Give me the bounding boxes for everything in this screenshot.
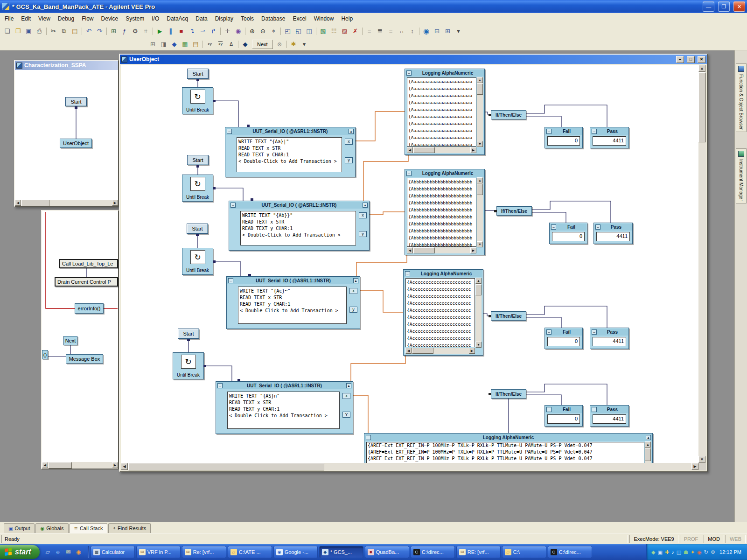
minimize-object-icon[interactable]: – bbox=[227, 129, 232, 134]
menu-item[interactable]: System bbox=[122, 14, 148, 23]
transaction-line[interactable]: READ TEXT x STR bbox=[238, 145, 340, 152]
tab-output[interactable]: ▣ Output bbox=[4, 523, 35, 533]
object-titlebar[interactable]: – UUT_Serial_IO ( @ASRL1::INSTR) ▴ bbox=[227, 277, 359, 284]
transaction-line[interactable]: WRITE TEXT "{Aa}|" bbox=[238, 139, 340, 145]
align-right-icon[interactable]: ≡ bbox=[385, 26, 396, 36]
run-icon[interactable]: ▶ bbox=[154, 26, 165, 36]
scroll-down-icon[interactable]: ▼ bbox=[475, 342, 482, 348]
tab-call-stack[interactable]: ≣ Call Stack bbox=[70, 523, 108, 533]
secured-run-icon[interactable]: ✱ bbox=[288, 39, 299, 49]
logging-alphanumeric-object-1[interactable]: – Logging AlphaNumeric {Aaaaaaaaaaaaaaaa… bbox=[405, 69, 485, 155]
scrollbar-thumb[interactable] bbox=[477, 184, 483, 195]
scroll-up-icon[interactable]: ▲ bbox=[475, 278, 482, 284]
object-titlebar[interactable]: – Pass bbox=[591, 406, 628, 413]
taskbar-button-gcs[interactable]: ◆ * GCS_... bbox=[319, 546, 363, 558]
media-player-icon[interactable]: ◉ bbox=[74, 548, 83, 557]
minimize-object-icon[interactable]: – bbox=[546, 129, 552, 134]
next-block[interactable]: Next bbox=[63, 336, 77, 345]
menu-item[interactable]: Window bbox=[310, 14, 338, 23]
transaction-line[interactable]: READ TEXT y CHAR:1 bbox=[240, 301, 345, 308]
menu-item[interactable]: DataAcq bbox=[163, 14, 192, 23]
volume-icon[interactable]: ♪ bbox=[671, 550, 674, 555]
excel-icon[interactable]: ▧ bbox=[318, 26, 328, 36]
minimize-object-icon[interactable]: – bbox=[551, 224, 556, 230]
zoom-in-icon[interactable]: ⊕ bbox=[247, 26, 258, 36]
window-restore-button[interactable]: ❐ bbox=[718, 1, 730, 12]
minimize-object-icon[interactable]: – bbox=[546, 329, 552, 335]
vertical-scrollbar[interactable]: ▲ ▼ bbox=[475, 278, 482, 348]
instrument-manager-toolbar-icon[interactable]: ⊟ bbox=[432, 26, 442, 36]
until-break-object[interactable]: ↻ Until Break bbox=[182, 175, 213, 202]
object-menu-icon[interactable]: ▴ bbox=[646, 435, 651, 440]
characterization-window-titlebar[interactable]: Characterization_SSPA bbox=[15, 61, 118, 70]
start-object[interactable]: Start bbox=[178, 329, 199, 339]
transaction-line[interactable]: READ TEXT x STR bbox=[240, 294, 345, 301]
transaction-list[interactable]: WRITE TEXT "{Ab}}"READ TEXT x STRREAD TE… bbox=[240, 211, 356, 245]
next-button[interactable]: Next bbox=[252, 40, 273, 49]
scroll-down-icon[interactable]: ▼ bbox=[477, 241, 483, 247]
print-icon[interactable]: ⎙ bbox=[34, 26, 45, 36]
scrollbar-thumb[interactable] bbox=[412, 348, 433, 354]
sync-icon[interactable]: ↻ bbox=[704, 550, 708, 555]
if-then-else-object[interactable]: If/Then/Else bbox=[496, 206, 532, 216]
object-titlebar[interactable]: – UUT_Serial_IO ( @ASRL1::INSTR) ▴ bbox=[226, 128, 355, 135]
save-log-icon[interactable]: ▤ bbox=[190, 39, 201, 49]
taskbar-button-cdrive[interactable]: ▱ C:\ bbox=[502, 546, 546, 558]
call-load-lib-block[interactable]: Call Load_Lib_Top_Le bbox=[59, 259, 118, 268]
object-menu-icon[interactable]: ▴ bbox=[353, 278, 358, 283]
menu-item[interactable]: Data bbox=[192, 14, 211, 23]
transaction-line[interactable]: < Double-Click to Add Transaction > bbox=[229, 413, 338, 419]
scroll-left-icon[interactable]: ◀ bbox=[42, 462, 48, 468]
edit-properties-icon[interactable]: ⚙ bbox=[130, 26, 140, 36]
new-icon[interactable]: ❏ bbox=[2, 26, 13, 36]
detail-view-icon[interactable]: ◫ bbox=[304, 26, 314, 36]
step-into-icon[interactable]: ↴ bbox=[187, 26, 197, 36]
minimize-object-icon[interactable]: – bbox=[217, 383, 223, 388]
scrollbar-thumb[interactable] bbox=[645, 448, 651, 461]
outlook-icon[interactable]: ✉ bbox=[64, 548, 73, 557]
menu-item[interactable]: View bbox=[35, 14, 54, 23]
output-terminal-y[interactable]: y bbox=[345, 157, 353, 163]
logging-alphanumeric-object-3[interactable]: – Logging AlphaNumeric {Accccccccccccccc… bbox=[403, 269, 483, 356]
pass-counter-object[interactable]: – Pass 4411 bbox=[590, 127, 629, 148]
scroll-up-icon[interactable]: ▲ bbox=[477, 177, 483, 183]
taskbar-button-direc2[interactable]: C C:\direc... bbox=[548, 546, 592, 558]
output-terminal-y[interactable]: Y bbox=[342, 412, 350, 418]
object-titlebar[interactable]: – Fail bbox=[545, 329, 582, 336]
horizontal-scrollbar[interactable]: ◀ ▶ bbox=[42, 462, 118, 469]
errorinfo-block[interactable]: errorInfo() bbox=[75, 303, 104, 314]
object-titlebar[interactable]: – Fail bbox=[545, 406, 582, 413]
until-break-object[interactable]: ↻ Until Break bbox=[182, 87, 213, 114]
minimize-object-icon[interactable]: – bbox=[592, 329, 597, 335]
clean-up-lines-icon[interactable]: ⌗ bbox=[140, 26, 151, 36]
minimize-object-icon[interactable]: – bbox=[406, 171, 412, 176]
tab-instrument-manager[interactable]: Instrument Manager bbox=[736, 148, 747, 203]
messenger-icon[interactable]: ☗ bbox=[684, 550, 688, 555]
scroll-right-icon[interactable]: ▶ bbox=[469, 348, 475, 354]
fail-counter-object[interactable]: – Fail 0 bbox=[549, 223, 587, 244]
minimize-object-icon[interactable]: – bbox=[546, 407, 552, 412]
menu-item[interactable]: Device bbox=[98, 14, 122, 23]
object-titlebar[interactable]: – Pass bbox=[591, 329, 628, 336]
transaction-list[interactable]: WRITE TEXT "{Ac}~"READ TEXT x STRREAD TE… bbox=[238, 287, 347, 324]
transaction-line[interactable]: READ TEXT y CHAR:1 bbox=[242, 225, 354, 232]
minimize-object-icon[interactable]: – bbox=[592, 129, 597, 134]
tab-find-results[interactable]: ⌖ Find Results bbox=[108, 523, 151, 533]
execmode-indicator[interactable]: ExecMode: VEE9 bbox=[629, 535, 678, 543]
menu-item[interactable]: Tools bbox=[237, 14, 258, 23]
vertical-scrollbar[interactable]: ▲ bbox=[645, 441, 651, 463]
scroll-down-icon[interactable]: ▼ bbox=[698, 456, 705, 463]
watch-window-icon[interactable]: ▦ bbox=[180, 39, 190, 49]
scrollbar-thumb[interactable] bbox=[475, 284, 482, 295]
minimize-object-icon[interactable]: – bbox=[595, 224, 600, 230]
start-object[interactable]: Start bbox=[187, 155, 209, 165]
clipped-block[interactable]: () bbox=[42, 350, 48, 359]
uut-serial-io-block-4[interactable]: – UUT_Serial_IO ( @ASRL1::INSTR) ▴ WRITE… bbox=[216, 381, 353, 434]
undo-icon[interactable]: ↶ bbox=[84, 26, 94, 36]
cut-icon[interactable]: ✂ bbox=[48, 26, 59, 36]
message-box-block[interactable]: Message Box bbox=[66, 354, 103, 364]
uut-serial-io-block-2[interactable]: – UUT_Serial_IO ( @ASRL1::INSTR) ▴ WRITE… bbox=[229, 201, 370, 251]
object-titlebar[interactable]: – UUT_Serial_IO ( @ASRL1::INSTR) ▴ bbox=[216, 382, 352, 389]
vertical-scrollbar[interactable]: ▲ ▼ bbox=[698, 65, 706, 463]
menu-item[interactable]: File bbox=[1, 14, 17, 23]
